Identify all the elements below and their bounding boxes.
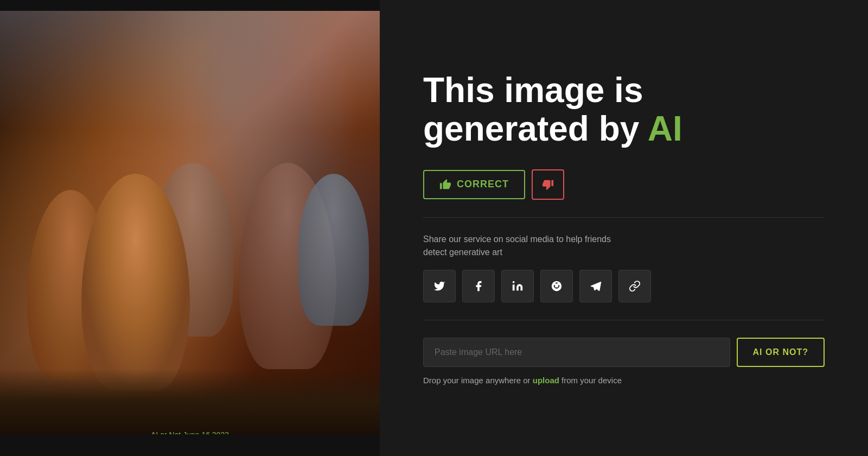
figure-background-3: [298, 174, 369, 326]
facebook-share-button[interactable]: [462, 270, 495, 302]
correct-label: CORRECT: [457, 179, 509, 190]
heading-line2: generated by: [423, 109, 648, 148]
twitter-icon: [433, 280, 445, 292]
heading-line1: This image is: [423, 71, 643, 110]
divider-2: [423, 320, 825, 320]
thumbs-down-icon: [542, 179, 554, 191]
url-input[interactable]: [423, 338, 730, 367]
drop-text: Drop your image anywhere or upload from …: [423, 376, 825, 385]
svg-point-0: [513, 281, 515, 283]
correct-button[interactable]: CORRECT: [423, 170, 525, 199]
facebook-icon: [473, 280, 484, 292]
linkedin-icon: [512, 280, 524, 292]
ai-word: AI: [648, 109, 682, 148]
ai-generated-image: [0, 0, 380, 434]
twitter-share-button[interactable]: [423, 270, 456, 302]
image-container: [0, 0, 380, 434]
linkedin-share-button[interactable]: [501, 270, 534, 302]
top-bar: [0, 0, 380, 11]
ai-or-not-button[interactable]: AI OR NOT?: [737, 338, 825, 367]
telegram-share-button[interactable]: [579, 270, 612, 302]
copy-link-button[interactable]: [618, 270, 651, 302]
incorrect-button[interactable]: [532, 169, 564, 200]
upload-link[interactable]: upload: [533, 376, 559, 385]
feedback-row: CORRECT: [423, 169, 825, 200]
url-input-row: AI OR NOT?: [423, 338, 825, 367]
share-text: Share our service on social media to hel…: [423, 233, 825, 259]
drop-suffix: from your device: [559, 376, 622, 385]
social-buttons: [423, 270, 825, 302]
main-heading: This image is generated by AI: [423, 71, 825, 148]
desk-overlay: [0, 369, 380, 434]
thumbs-up-icon: [439, 179, 451, 191]
right-panel: This image is generated by AI CORRECT Sh…: [380, 0, 868, 456]
reddit-share-button[interactable]: [540, 270, 573, 302]
link-icon: [629, 280, 641, 292]
bottom-bar: [0, 434, 380, 456]
drop-prefix: Drop your image anywhere or: [423, 376, 533, 385]
divider-1: [423, 217, 825, 218]
svg-point-1: [552, 281, 561, 291]
telegram-icon: [590, 280, 602, 292]
reddit-icon: [551, 280, 563, 292]
left-panel: AI or Not June 16 2023: [0, 0, 380, 456]
